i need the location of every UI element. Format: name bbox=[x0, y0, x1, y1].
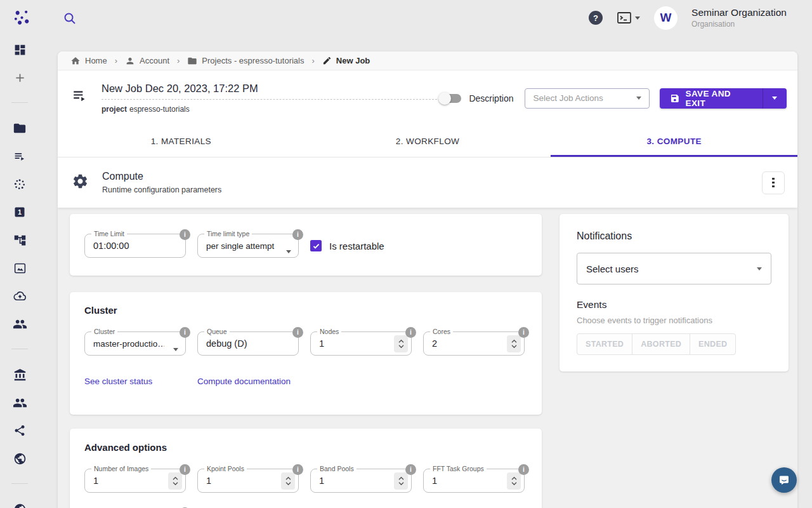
event-ended-button[interactable]: ENDED bbox=[690, 333, 736, 355]
info-icon[interactable]: i bbox=[405, 464, 416, 475]
number-of-images-field: Number of Images i bbox=[84, 469, 186, 493]
main-panel: Home › Account › Projects - espresso-tut… bbox=[58, 51, 797, 508]
save-and-exit-button[interactable]: SAVE AND EXIT bbox=[660, 88, 787, 109]
info-icon[interactable]: i bbox=[292, 327, 303, 338]
cluster-select[interactable]: Cluster master-productio… i bbox=[84, 331, 186, 356]
kpoint-pools-input[interactable] bbox=[206, 469, 270, 492]
fft-task-groups-field: FFT Task Groups i bbox=[423, 469, 525, 493]
time-limit-type-select[interactable]: Time limit type per single attempt i bbox=[197, 234, 299, 258]
info-icon[interactable]: i bbox=[180, 327, 190, 338]
tab-compute[interactable]: 3. COMPUTE bbox=[551, 126, 797, 157]
band-pools-input[interactable] bbox=[319, 469, 383, 492]
compute-section-header: Compute Runtime configuration parameters bbox=[58, 157, 797, 208]
sidebar-item-users[interactable] bbox=[0, 389, 39, 417]
chat-launcher-button[interactable] bbox=[771, 467, 797, 493]
cluster-heading: Cluster bbox=[84, 305, 542, 316]
breadcrumb-new-job[interactable]: New Job bbox=[322, 56, 370, 65]
avatar[interactable]: W bbox=[654, 6, 678, 30]
sidebar-item-jobs[interactable] bbox=[0, 142, 39, 170]
info-icon[interactable]: i bbox=[180, 229, 190, 240]
job-title-playlist-icon bbox=[72, 87, 88, 106]
console-icon bbox=[617, 11, 632, 24]
is-restartable-checkbox[interactable] bbox=[310, 240, 322, 251]
app-logo-icon[interactable] bbox=[13, 8, 32, 27]
fft-task-groups-input[interactable] bbox=[432, 469, 495, 492]
toggle-knob bbox=[438, 92, 451, 105]
description-toggle[interactable] bbox=[440, 94, 461, 103]
info-icon[interactable]: i bbox=[518, 464, 529, 475]
save-dropdown-button[interactable] bbox=[763, 88, 787, 109]
sidebar-divider bbox=[11, 349, 28, 349]
section-subtitle: Runtime configuration parameters bbox=[102, 185, 221, 194]
sidebar-item-bank[interactable] bbox=[0, 361, 39, 389]
org-type: Organisation bbox=[691, 20, 787, 29]
advanced-options-card: Advanced options Number of Images i Kpoi… bbox=[70, 429, 542, 508]
sidebar-item-materials[interactable] bbox=[0, 170, 39, 198]
breadcrumb-projects[interactable]: Projects - espresso-tutorials bbox=[187, 56, 304, 66]
chevron-down-icon bbox=[757, 267, 762, 271]
sidebar-item-globe[interactable] bbox=[0, 495, 39, 508]
tab-workflow[interactable]: 2. WORKFLOW bbox=[304, 126, 551, 157]
info-icon[interactable]: i bbox=[292, 464, 303, 475]
project-label: project bbox=[102, 105, 127, 114]
sidebar-item-images[interactable] bbox=[0, 254, 39, 282]
save-icon bbox=[670, 93, 680, 104]
sidebar-item-cloud[interactable] bbox=[0, 282, 39, 310]
sidebar-item-element[interactable]: 1 bbox=[0, 198, 39, 226]
number-stepper[interactable] bbox=[168, 472, 182, 490]
number-stepper[interactable] bbox=[394, 335, 408, 352]
info-icon[interactable]: i bbox=[180, 464, 190, 475]
breadcrumb-account[interactable]: Account bbox=[125, 56, 169, 66]
help-icon[interactable]: ? bbox=[589, 11, 603, 25]
breadcrumb-label: New Job bbox=[336, 56, 370, 65]
tab-materials[interactable]: 1. MATERIALS bbox=[58, 126, 304, 157]
share-icon bbox=[13, 424, 26, 437]
section-menu-button[interactable] bbox=[762, 171, 785, 194]
cluster-status-link[interactable]: See cluster status bbox=[84, 377, 197, 386]
cores-input[interactable] bbox=[432, 332, 495, 355]
console-menu[interactable] bbox=[617, 11, 640, 24]
number-stepper[interactable] bbox=[507, 472, 521, 490]
materials-dots-icon bbox=[13, 178, 26, 190]
event-aborted-button[interactable]: ABORTED bbox=[632, 333, 690, 355]
sidebar-item-web[interactable] bbox=[0, 444, 39, 472]
time-limit-field: Time Limit i bbox=[84, 234, 186, 258]
events-heading: Events bbox=[577, 299, 771, 311]
events-subtitle: Choose events to trigger notifications bbox=[577, 316, 771, 325]
event-started-button[interactable]: STARTED bbox=[577, 333, 632, 355]
sidebar-item-share[interactable] bbox=[0, 417, 39, 444]
chevron-down-icon bbox=[635, 17, 640, 20]
number-stepper[interactable] bbox=[394, 472, 408, 490]
event-buttons-group: STARTED ABORTED ENDED bbox=[577, 333, 736, 355]
search-icon[interactable] bbox=[62, 11, 77, 26]
select-users-dropdown[interactable]: Select users bbox=[577, 253, 771, 284]
job-actions-select[interactable]: Select Job Actions bbox=[525, 88, 649, 109]
dashboard-icon bbox=[13, 43, 27, 57]
sidebar-divider bbox=[11, 483, 28, 484]
queue-input[interactable] bbox=[206, 332, 281, 355]
chevron-down-icon bbox=[286, 244, 291, 256]
info-icon[interactable]: i bbox=[405, 327, 416, 338]
info-icon[interactable]: i bbox=[518, 327, 529, 338]
sidebar-item-team[interactable] bbox=[0, 310, 39, 338]
folder-icon bbox=[187, 56, 197, 66]
sidebar-item-add[interactable] bbox=[0, 64, 39, 91]
number-stepper[interactable] bbox=[507, 335, 521, 352]
compute-documentation-link[interactable]: Compute documentation bbox=[197, 377, 291, 386]
jobs-playlist-icon bbox=[13, 150, 27, 163]
breadcrumb-label: Account bbox=[140, 56, 169, 65]
breadcrumb-label: Home bbox=[85, 56, 107, 65]
chevron-down-icon bbox=[173, 342, 178, 354]
person-icon bbox=[125, 56, 135, 66]
nodes-input[interactable] bbox=[319, 332, 383, 355]
breadcrumb-home[interactable]: Home bbox=[70, 56, 107, 66]
number-stepper[interactable] bbox=[281, 472, 295, 490]
sidebar-item-dashboard[interactable] bbox=[0, 36, 39, 64]
org-info[interactable]: Seminar Organization Organisation bbox=[691, 6, 787, 29]
sidebar-item-workflows[interactable] bbox=[0, 226, 39, 254]
job-title-input[interactable]: New Job Dec 20, 2023, 17:22 PM bbox=[102, 83, 440, 100]
info-icon[interactable]: i bbox=[292, 229, 303, 240]
sidebar-item-projects[interactable] bbox=[0, 114, 39, 142]
number-of-images-input[interactable] bbox=[93, 469, 157, 492]
time-limit-input[interactable] bbox=[93, 234, 168, 257]
